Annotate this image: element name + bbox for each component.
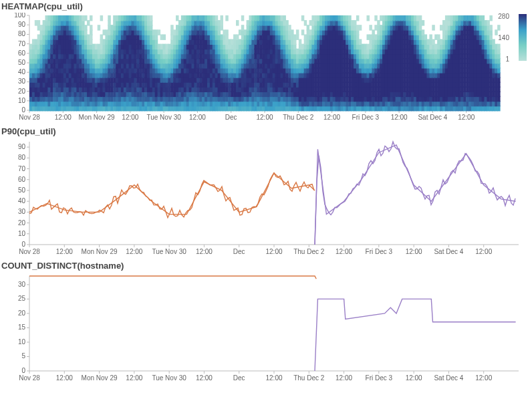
svg-rect-1967 [296,49,299,55]
svg-rect-391 [74,15,78,21]
svg-rect-717 [121,15,124,21]
svg-rect-3267 [477,15,480,21]
svg-rect-1016 [163,34,166,40]
p90-chart[interactable]: 0102030405060708090Nov 2812:00Mon Nov 29… [0,138,532,259]
svg-rect-637 [110,25,114,31]
svg-text:12:00: 12:00 [126,374,142,382]
svg-rect-1585 [244,29,247,35]
svg-rect-1237 [194,15,197,21]
legend-mid: 140 [498,34,509,41]
svg-text:80: 80 [18,30,26,37]
svg-text:10: 10 [18,230,26,237]
svg-rect-1469 [225,29,229,35]
svg-rect-2580 [382,15,386,21]
panel-heatmap: HEATMAP(cpu_util) 0102030405060708090100… [0,0,532,125]
svg-rect-1884 [283,15,286,21]
svg-rect-565 [100,34,104,40]
svg-rect-797 [132,15,135,21]
svg-text:30: 30 [18,208,26,215]
svg-rect-291 [61,15,64,21]
svg-text:5: 5 [21,352,25,360]
svg-rect-2410 [356,15,360,21]
svg-rect-985 [158,44,161,50]
svg-rect-1485 [228,39,231,45]
count-chart[interactable]: 051015202530Nov 2812:00Mon Nov 2912:00Tu… [0,272,532,386]
svg-text:Fri Dec 3: Fri Dec 3 [366,374,393,382]
svg-text:Sat Dec 4: Sat Dec 4 [418,114,447,121]
svg-rect-3363 [489,25,493,31]
svg-text:Thu Dec 2: Thu Dec 2 [293,248,325,255]
svg-rect-1516 [233,34,237,40]
svg-rect-2820 [414,15,417,21]
svg-rect-1724 [262,15,265,21]
svg-text:90: 90 [18,21,26,28]
svg-rect-469 [84,25,88,31]
svg-rect-2253 [336,15,339,21]
svg-rect-2426 [359,25,362,31]
svg-rect-1548 [239,39,242,45]
svg-rect-2660 [393,15,396,21]
svg-rect-311 [63,15,67,21]
svg-text:12:00: 12:00 [336,374,352,382]
svg-rect-2454 [364,44,368,50]
svg-rect-2925 [429,34,432,40]
svg-rect-3394 [495,29,498,35]
svg-rect-3307 [482,15,485,21]
svg-rect-505 [90,25,93,31]
svg-rect-1844 [278,15,281,21]
svg-rect-599 [105,29,108,35]
svg-rect-506 [90,15,93,21]
svg-rect-132 [40,25,43,31]
svg-rect-1397 [215,15,219,21]
svg-rect-581 [103,39,106,45]
svg-rect-2640 [390,15,394,21]
svg-text:15: 15 [18,323,26,331]
svg-rect-95 [35,39,38,45]
svg-rect-2877 [422,29,425,35]
svg-rect-2016 [304,34,307,40]
panel-p90: P90(cpu_util) 0102030405060708090Nov 281… [0,125,532,259]
line-series-b [315,299,516,371]
svg-rect-1097 [176,25,179,31]
heatmap-chart[interactable]: 0102030405060708090100Nov 2812:00Mon Nov… [0,13,532,125]
svg-rect-2520 [374,34,378,40]
svg-text:90: 90 [18,143,26,150]
svg-rect-3393 [495,44,498,50]
svg-rect-2000 [301,15,305,21]
svg-rect-2680 [396,15,399,21]
svg-rect-2017 [304,20,307,25]
panel-count: COUNT_DISTINCT(hostname) 051015202530Nov… [0,259,532,386]
svg-rect-3087 [453,15,456,21]
svg-rect-2700 [398,15,402,21]
svg-rect-211 [50,15,53,21]
svg-rect-1938 [291,29,294,35]
svg-rect-1337 [207,15,211,21]
svg-rect-677 [116,15,119,21]
svg-rect-470 [84,15,88,21]
svg-rect-191 [47,15,51,21]
svg-rect-2878 [422,20,425,25]
svg-rect-1000 [160,44,164,50]
svg-rect-1015 [163,44,166,50]
svg-rect-1984 [299,39,302,45]
svg-rect-1684 [257,15,260,21]
svg-rect-2941 [432,25,435,31]
svg-rect-1954 [293,34,297,40]
svg-text:20: 20 [18,88,26,95]
svg-rect-2153 [322,15,325,21]
svg-text:12:00: 12:00 [122,114,138,121]
svg-text:Dec: Dec [233,374,245,382]
svg-rect-3187 [466,15,469,21]
svg-rect-96 [35,20,38,25]
svg-rect-1137 [181,15,184,21]
svg-rect-2173 [325,15,328,21]
svg-text:40: 40 [18,197,26,205]
svg-rect-1297 [202,15,205,21]
svg-rect-1864 [281,15,284,21]
svg-rect-1117 [178,20,182,25]
svg-text:Mon Nov 29: Mon Nov 29 [79,114,115,121]
svg-text:Fri Dec 3: Fri Dec 3 [366,248,393,255]
svg-text:60: 60 [18,49,26,57]
svg-rect-1435 [221,15,224,21]
svg-rect-2353 [348,15,352,21]
